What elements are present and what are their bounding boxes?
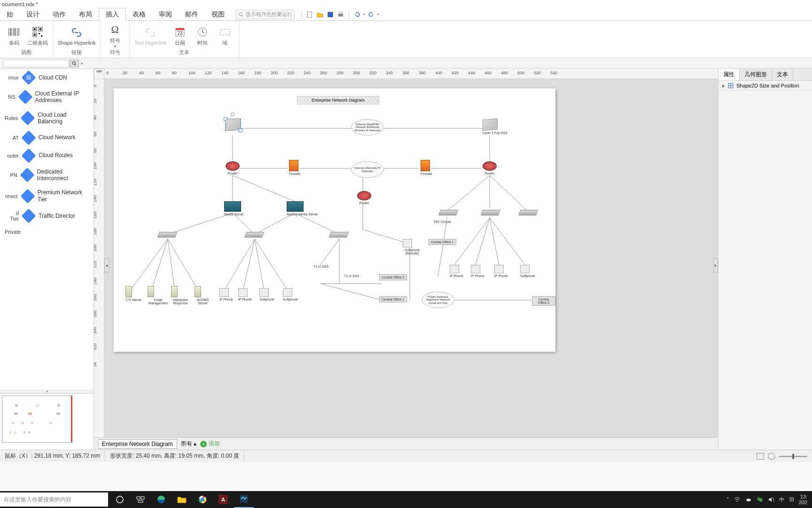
menu-insert[interactable]: 插入 [99, 8, 126, 22]
shape-item-dedicated-interconnect[interactable]: PNDedicated Interconnect [0, 165, 94, 186]
barcode-button[interactable]: 条码 [5, 25, 23, 47]
tray-chevron[interactable]: ˄ [726, 497, 729, 503]
zoom-slider[interactable] [779, 456, 807, 457]
node-softphone-remote[interactable]: Softphone (Remote) [403, 239, 422, 255]
tab-properties[interactable]: 属性 [718, 69, 740, 80]
ime-indicator[interactable]: 中 [779, 496, 784, 503]
sheet-tab-active[interactable]: Enterprise Network Diagram [98, 439, 177, 449]
menu-action[interactable]: 动作 [46, 8, 72, 21]
node-backup-media[interactable]: Backup Media Server [287, 201, 318, 216]
node-softphone-2[interactable]: Softphone [283, 288, 298, 301]
tell-me-search[interactable]: 提示程序您想要运行 [236, 10, 295, 19]
node-ipphone-2[interactable]: IP Phone [238, 288, 252, 301]
node-acdms[interactable]: ACDMS Server [195, 286, 211, 305]
qat-save[interactable] [326, 10, 335, 19]
tab-text[interactable]: 文本 [772, 69, 793, 80]
shape-hyperlink-button[interactable]: Shape Hyperlink [58, 26, 96, 46]
node-switch-4[interactable] [158, 232, 176, 238]
tray-date[interactable]: 202 [799, 500, 807, 505]
add-sheet-button[interactable]: +添加 [200, 440, 220, 448]
menu-review[interactable]: 审阅 [152, 8, 179, 21]
qat-open[interactable] [316, 10, 324, 19]
node-switch-2[interactable] [482, 210, 500, 215]
node-firewall2[interactable]: Firewall [421, 160, 432, 175]
node-router3[interactable]: Router [357, 191, 371, 205]
node-router1[interactable]: Router [226, 161, 240, 175]
volume-icon[interactable] [768, 496, 774, 503]
taskbar-chrome[interactable] [193, 491, 212, 508]
taskbar-explorer[interactable] [172, 491, 192, 508]
qat-new[interactable] [305, 10, 314, 19]
node-ipphone-1[interactable]: IP Phone [219, 288, 233, 301]
cloud-pstn[interactable]: Public Switched Telephone Network (Local… [422, 292, 454, 308]
taskbar-edge[interactable] [151, 491, 171, 508]
date-button[interactable]: 23 日期 [171, 25, 189, 47]
node-cti-server[interactable]: CTI Server [125, 286, 142, 302]
panel-expand-handle[interactable] [0, 389, 94, 393]
scroll-right[interactable]: ► [713, 258, 718, 272]
lang-indicator[interactable]: 羽 [789, 496, 794, 503]
view-mode-2[interactable] [768, 453, 775, 460]
page-thumbnail-1[interactable] [2, 396, 72, 443]
search-button[interactable] [70, 60, 79, 67]
cloud-internet[interactable]: Internet (Alternate IP Network) [351, 161, 384, 178]
label-co1[interactable]: Central Office 1 [429, 239, 456, 245]
all-sheets[interactable]: 所有 ▴ [181, 440, 196, 448]
node-switch-5[interactable] [245, 232, 263, 238]
menu-layout[interactable]: 布局 [72, 8, 99, 21]
wechat-icon[interactable] [757, 496, 763, 503]
label-co1a[interactable]: Central Office 1 [379, 296, 407, 302]
node-media-server[interactable]: Media Server [224, 201, 244, 216]
taskbar-taskview[interactable] [131, 491, 150, 508]
canvas[interactable]: ◄ ► Enterprise Network Diagram [104, 79, 718, 437]
scroll-left[interactable]: ◄ [104, 258, 109, 272]
shape-item-cloud-network[interactable]: ATCloud Network [0, 129, 94, 147]
cloud-backbone[interactable]: Existing MegaPath Network Backbone (Prim… [351, 119, 384, 135]
node-firewall1[interactable]: Firewall [289, 160, 300, 175]
shape-item-premium-tier[interactable]: nnectPremium Network Tier [0, 185, 94, 206]
shape-item-load-balancing[interactable]: RulesCloud Load Balancing [0, 108, 94, 129]
node-softphone-1[interactable]: Softphone [259, 288, 274, 301]
shape-item-cloud-routes[interactable]: outerCloud Routes [0, 147, 94, 165]
shape-item-private[interactable]: Private [0, 225, 94, 238]
qat-print[interactable] [336, 10, 345, 19]
tab-geometry[interactable]: 几何图形 [740, 69, 772, 80]
node-level3-pop[interactable]: Level 3 Pop DS3 [483, 119, 508, 135]
field-button[interactable]: 域 [216, 25, 234, 47]
label-co2b[interactable]: Central Office 2 [532, 296, 555, 306]
menu-design[interactable]: 设计 [20, 8, 46, 21]
qat-undo[interactable] [353, 10, 361, 19]
taskbar-search[interactable]: 在这里输入你要搜索的内容 [0, 492, 108, 507]
menu-view[interactable]: 视图 [205, 8, 231, 21]
shape-item-cloud-cdn[interactable]: rmorCloud CDN [0, 69, 94, 87]
node-switch-1[interactable] [439, 210, 457, 215]
view-mode-1[interactable] [757, 453, 764, 460]
wifi-icon[interactable] [734, 496, 741, 503]
time-button[interactable]: 时间 [193, 25, 212, 47]
menu-start[interactable]: 始 [0, 8, 20, 21]
menu-mail[interactable]: 邮件 [179, 8, 205, 21]
node-switch-3[interactable] [519, 210, 537, 215]
node-switch-6[interactable] [330, 232, 348, 238]
qrcode-button[interactable]: 二维条码 [27, 25, 48, 47]
node-softphone-r[interactable]: Softphone [520, 265, 535, 278]
prop-size-position[interactable]: ▶ Shape2D Size and Position [718, 81, 812, 91]
menu-table[interactable]: 表格 [126, 8, 152, 21]
selected-shape[interactable] [226, 119, 241, 130]
taskbar-current-app[interactable] [234, 491, 254, 508]
qat-redo[interactable] [367, 10, 375, 19]
symbol-button[interactable]: Ω 符号 ▾ [106, 23, 125, 48]
node-interactive-response[interactable]: Interactive Response [171, 286, 190, 305]
drawing-page[interactable]: Enterprise Network Diagram [114, 88, 555, 352]
node-router2[interactable]: Router [483, 161, 497, 175]
node-email-mgmt[interactable]: Email Management [148, 286, 169, 305]
tray-time[interactable]: 13: [799, 494, 807, 500]
taskbar-cortana[interactable] [110, 491, 130, 508]
shapes-search-input[interactable] [3, 60, 69, 67]
diagram-title[interactable]: Enterprise Network Diagram [297, 96, 379, 104]
node-ipphone-r1[interactable]: IP Phone [450, 265, 463, 278]
shape-item-external-ip[interactable]: NSCloud External IP Addresses [0, 87, 94, 108]
node-ipphone-r3[interactable]: IP Phone [494, 265, 508, 278]
cloud-icon[interactable] [745, 496, 752, 503]
shape-item-traffic-director[interactable]: d TierTraffic Director [0, 206, 94, 225]
